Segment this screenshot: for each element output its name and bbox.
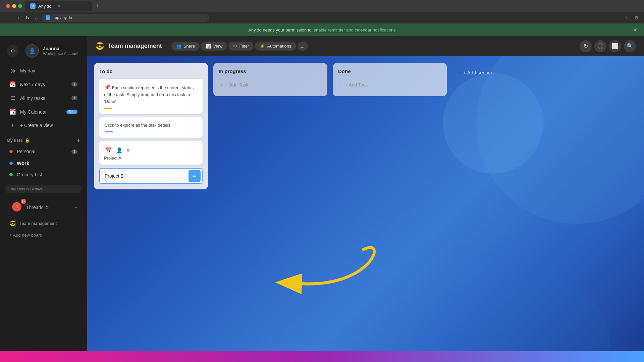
app-container: ⚙ 👤 Joanna Workspace Account ◎ My day 📅 … xyxy=(0,36,644,362)
browser-toolbar: ← → ↻ ⌂ ✓ app.any.do ☆ ⚙ xyxy=(0,12,644,23)
sidebar-item-grocery[interactable]: Grocery List xyxy=(3,170,84,180)
sidebar-item-my-day[interactable]: ◎ My day xyxy=(3,64,84,77)
work-dot xyxy=(9,162,13,165)
tab-close-btn[interactable]: ✕ xyxy=(57,4,60,8)
new-task-input-container[interactable]: ↵ xyxy=(99,168,203,184)
threads-settings-icon[interactable]: ⚙ xyxy=(45,205,49,210)
new-task-input-area xyxy=(100,169,187,183)
sidebar-item-create-view[interactable]: + + Create a view xyxy=(3,119,84,131)
traffic-light-red[interactable] xyxy=(6,4,10,8)
address-text: app.any.do xyxy=(52,15,72,20)
task-emoji-1: 📌 xyxy=(104,84,111,90)
tab-favicon: ✓ xyxy=(30,3,36,9)
board-title: Team management xyxy=(108,43,162,50)
personal-badge: 1 xyxy=(71,149,77,154)
project-a-card[interactable]: 📅 👤 # Project A xyxy=(99,141,203,165)
extensions-icon[interactable]: ⚙ xyxy=(633,14,640,22)
my-lists-lock-icon: 🔒 xyxy=(25,138,30,143)
sidebar: ⚙ 👤 Joanna Workspace Account ◎ My day 📅 … xyxy=(0,36,87,362)
settings-gear-icon[interactable]: ⚙ xyxy=(7,45,19,57)
my-lists-section-header: My lists 🔒 + xyxy=(0,133,87,145)
task-calendar-icon[interactable]: 📅 xyxy=(105,147,112,154)
sidebar-item-work[interactable]: Work xyxy=(3,158,84,168)
notification-text: Any.do needs your permission to xyxy=(248,27,311,33)
board-background: To do 📌 Each section represents the curr… xyxy=(87,56,644,362)
notification-link[interactable]: enable reminder and calendar notificatio… xyxy=(314,27,396,33)
list-label-personal: Personal xyxy=(17,149,35,154)
headset-icon[interactable]: 🎧 xyxy=(594,40,606,52)
trial-text: Trial ends in 14 days xyxy=(9,187,43,191)
my-lists-label: My lists xyxy=(7,138,23,143)
sidebar-item-label-all-tasks: All my tasks xyxy=(20,96,45,101)
sidebar-item-calendar[interactable]: 📆 My Calendar Beta xyxy=(3,106,84,118)
sidebar-item-all-tasks[interactable]: ☰ All my tasks 1 xyxy=(3,92,84,104)
task-tag-1 xyxy=(104,108,112,109)
filter-button[interactable]: ⚙ Filter xyxy=(228,42,254,51)
add-task-in-progress-btn[interactable]: + + Add Task xyxy=(219,79,322,91)
sidebar-item-threads[interactable]: J 9+ Threads ⚙ + xyxy=(3,198,84,217)
view-button[interactable]: 📊 View xyxy=(201,42,227,51)
column-todo: To do 📌 Each section represents the curr… xyxy=(94,63,208,189)
address-bar[interactable]: ✓ app.any.do xyxy=(42,14,209,22)
task-actions-row: 📅 👤 # xyxy=(104,145,198,156)
layout-icon[interactable]: ⬜ xyxy=(609,40,621,52)
column-header-todo: To do xyxy=(99,68,203,74)
more-options-button[interactable]: ... xyxy=(298,42,308,51)
user-avatar: 👤 xyxy=(25,44,39,58)
column-in-progress: In progress + + Add Task xyxy=(213,63,327,96)
tab-title: Any.do xyxy=(38,4,52,9)
new-task-input[interactable] xyxy=(105,173,182,179)
task-card-2[interactable]: Click to explore all the task details xyxy=(99,117,203,138)
my-lists-add-btn[interactable]: + xyxy=(76,137,80,144)
add-section-column: + + Add section xyxy=(452,63,499,82)
list-label-work: Work xyxy=(17,160,29,166)
star-icon[interactable]: ☆ xyxy=(623,14,630,22)
avatar-small: J xyxy=(12,202,21,212)
browser-tabs: ✓ Any.do ✕ + xyxy=(0,0,644,12)
sidebar-item-next-7-days[interactable]: 📅 Next 7 days 1 xyxy=(3,78,84,90)
add-section-btn[interactable]: + + Add section xyxy=(458,70,493,75)
add-task-label-in-progress: + Add Task xyxy=(225,82,249,87)
user-name: Joanna xyxy=(43,46,78,51)
search-icon[interactable]: 🔍 xyxy=(624,40,636,52)
refresh-board-icon[interactable]: ↻ xyxy=(580,40,592,52)
browser-tab-anydo[interactable]: ✓ Any.do ✕ xyxy=(25,1,92,11)
threads-avatar: J 9+ xyxy=(9,201,24,214)
add-new-board-btn[interactable]: + Add new board xyxy=(3,230,84,240)
board-title-area: 😎 Team management xyxy=(95,42,162,51)
calendar-icon: 📆 xyxy=(9,109,16,115)
sidebar-item-personal[interactable]: Personal 1 xyxy=(3,146,84,157)
sidebar-item-label-next-7: Next 7 days xyxy=(20,82,45,87)
automations-button[interactable]: ⚡ Automations xyxy=(255,42,296,51)
task-card-1[interactable]: 📌 Each section represents the current st… xyxy=(99,79,203,114)
add-task-done-btn[interactable]: + + Add Task xyxy=(338,79,441,91)
share-button[interactable]: 👥 Share xyxy=(171,42,200,51)
refresh-button[interactable]: ↻ xyxy=(24,14,31,22)
sidebar-item-label-create-view: + Create a view xyxy=(20,123,53,128)
threads-add-btn[interactable]: + xyxy=(75,205,77,210)
new-tab-button[interactable]: + xyxy=(93,1,102,11)
sidebar-item-team-management[interactable]: 😎 Team management xyxy=(3,218,84,229)
threads-notification-badge: 9+ xyxy=(21,199,26,204)
notification-close-btn[interactable]: ✕ xyxy=(633,27,637,33)
task-text-1: 📌 Each section represents the current st… xyxy=(104,83,198,105)
back-button[interactable]: ← xyxy=(4,14,11,22)
team-management-emoji: 😎 xyxy=(9,220,16,227)
columns-wrapper: To do 📌 Each section represents the curr… xyxy=(94,63,499,355)
automations-icon: ⚡ xyxy=(260,44,265,49)
home-button[interactable]: ⌂ xyxy=(34,14,39,22)
grocery-dot xyxy=(9,173,13,176)
notification-bar: Any.do needs your permission to enable r… xyxy=(0,23,644,36)
task-tag-line-2 xyxy=(105,131,197,132)
task-assign-icon[interactable]: 👤 xyxy=(116,147,123,154)
task-tag-icon[interactable]: # xyxy=(127,147,130,154)
trial-banner: Trial ends in 14 days xyxy=(5,185,82,193)
browser-toolbar-right: ☆ ⚙ xyxy=(623,14,640,22)
traffic-light-yellow[interactable] xyxy=(12,4,16,8)
sidebar-user-area: ⚙ 👤 Joanna Workspace Account xyxy=(0,42,87,63)
add-new-board-label: + Add new board xyxy=(9,233,42,238)
traffic-light-green[interactable] xyxy=(18,4,22,8)
new-task-submit-btn[interactable]: ↵ xyxy=(189,170,201,182)
forward-button[interactable]: → xyxy=(14,14,21,22)
board-header: 😎 Team management 👥 Share 📊 View ⚙ Filte… xyxy=(87,36,644,56)
